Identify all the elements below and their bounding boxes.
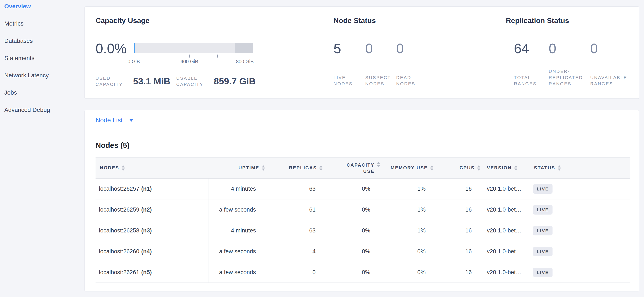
capacity-usage-title: Capacity Usage xyxy=(96,16,334,25)
capacity-usage-metrics: 0.0% 0 GiB 400 GiB 800 GiB xyxy=(96,42,253,65)
status-cell: LIVE xyxy=(530,220,630,241)
status-badge: LIVE xyxy=(533,184,552,194)
live-nodes-label: LIVE NODES xyxy=(334,74,362,87)
node-status-section: Node Status 5 0 0 LIVE NODES SUSPECT NOD… xyxy=(334,16,506,98)
memory-use-cell: 1% xyxy=(380,220,433,241)
sort-icon[interactable] xyxy=(377,162,380,167)
capacity-use-cell: 0% xyxy=(322,179,380,199)
node-list-selector-label: Node List xyxy=(96,117,122,124)
table-row[interactable]: localhost:26260(n4) a few seconds 4 0% 0… xyxy=(96,241,630,262)
sort-icon[interactable] xyxy=(262,165,265,171)
uptime-cell: a few seconds xyxy=(209,241,265,262)
status-cell: LIVE xyxy=(530,179,630,199)
sidebar-item-network-latency[interactable]: Network Latency xyxy=(0,69,84,82)
memory-use-cell: 0% xyxy=(380,241,433,262)
cpus-cell: 16 xyxy=(433,220,480,241)
node-address-cell: localhost:26258(n3) xyxy=(96,220,209,241)
status-badge: LIVE xyxy=(533,247,552,256)
replicas-cell: 63 xyxy=(265,220,322,241)
sort-icon[interactable] xyxy=(320,165,322,171)
column-header-nodes[interactable]: NODES xyxy=(96,158,209,178)
sidebar: Overview Metrics Databases Statements Ne… xyxy=(0,0,84,297)
sort-icon[interactable] xyxy=(430,165,433,171)
node-list-view-selector[interactable]: Node List xyxy=(85,110,639,130)
replicas-cell: 4 xyxy=(265,241,322,262)
node-address-cell: localhost:26260(n4) xyxy=(96,241,209,262)
cpus-cell: 16 xyxy=(433,241,480,262)
capacity-totals: USED CAPACITY 53.1 MiB USABLE CAPACITY 8… xyxy=(96,75,256,87)
sidebar-item-jobs[interactable]: Jobs xyxy=(0,86,84,99)
column-header-label: CAPACITY USE xyxy=(344,162,374,174)
column-header-memory-use[interactable]: MEMORY USE xyxy=(380,158,433,178)
node-id: (n4) xyxy=(141,248,152,255)
capacity-usage-section: Capacity Usage 0.0% 0 GiB 400 GiB xyxy=(96,16,334,98)
sidebar-item-databases[interactable]: Databases xyxy=(0,34,84,47)
column-header-label: MEMORY USE xyxy=(391,165,428,171)
column-header-label: CPUS xyxy=(460,165,475,171)
axis-tick xyxy=(245,54,245,57)
column-header-capacity-use[interactable]: CAPACITY USE xyxy=(322,158,380,178)
node-address-cell: localhost:26261(n5) xyxy=(96,262,209,283)
column-header-status[interactable]: STATUS xyxy=(530,158,630,178)
sort-icon[interactable] xyxy=(477,165,480,171)
table-row[interactable]: localhost:26259(n2) a few seconds 61 0% … xyxy=(96,199,630,220)
dead-nodes-label: DEAD NODES xyxy=(396,74,424,87)
used-capacity-value: 53.1 MiB xyxy=(133,76,170,86)
status-cell: LIVE xyxy=(530,241,630,262)
dead-nodes-value: 0 xyxy=(396,42,404,55)
status-badge: LIVE xyxy=(533,226,552,235)
version-cell: v20.1.0-bet… xyxy=(480,220,530,241)
axis-label: 0 GiB xyxy=(128,59,140,64)
sidebar-item-overview[interactable]: Overview xyxy=(0,0,84,13)
axis-label: 800 GiB xyxy=(236,59,254,64)
axis-label: 400 GiB xyxy=(180,59,198,64)
sort-icon[interactable] xyxy=(514,165,517,171)
table-row[interactable]: localhost:26258(n3) 4 minutes 63 0% 1% 1… xyxy=(96,220,630,241)
node-status-title: Node Status xyxy=(334,16,506,25)
nodes-table-header: NODES UPTIME REPLICAS CAPACITY USE MEMOR… xyxy=(96,157,630,179)
axis-tick xyxy=(189,54,190,57)
node-list-card: Node List Nodes (5) NODES UPTIME REPLICA… xyxy=(84,110,639,292)
version-cell: v20.1.0-bet… xyxy=(480,179,530,199)
column-header-uptime[interactable]: UPTIME xyxy=(209,158,265,178)
memory-use-cell: 0% xyxy=(380,262,433,283)
column-header-cpus[interactable]: CPUS xyxy=(433,158,480,178)
node-status-labels: LIVE NODES SUSPECT NODES DEAD NODES xyxy=(334,74,424,87)
node-address: localhost:26259 xyxy=(99,206,139,213)
capacity-axis-ticks xyxy=(134,54,253,57)
sort-icon[interactable] xyxy=(558,165,561,171)
axis-tick xyxy=(162,54,162,57)
replicas-cell: 61 xyxy=(265,199,322,220)
column-header-label: VERSION xyxy=(487,165,512,171)
nodes-table: NODES UPTIME REPLICAS CAPACITY USE MEMOR… xyxy=(96,157,630,283)
sidebar-item-metrics[interactable]: Metrics xyxy=(0,17,84,30)
node-id: (n3) xyxy=(141,227,152,234)
cluster-summary-card: Capacity Usage 0.0% 0 GiB 400 GiB xyxy=(84,6,639,99)
under-replicated-ranges-label: UNDER-REPLICATED RANGES xyxy=(549,68,590,87)
sort-icon[interactable] xyxy=(122,165,125,171)
node-address: localhost:26257 xyxy=(99,186,139,192)
capacity-use-cell: 0% xyxy=(322,262,380,283)
unavailable-ranges-value: 0 xyxy=(590,42,598,55)
node-id: (n2) xyxy=(141,206,152,213)
column-header-replicas[interactable]: REPLICAS xyxy=(265,158,322,178)
sidebar-item-advanced-debug[interactable]: Advanced Debug xyxy=(0,104,84,116)
unavailable-ranges-label: UNAVAILABLE RANGES xyxy=(590,74,631,87)
sidebar-item-statements[interactable]: Statements xyxy=(0,52,84,64)
cpus-cell: 16 xyxy=(433,262,480,283)
node-address: localhost:26258 xyxy=(99,227,139,234)
chevron-down-icon xyxy=(129,119,134,122)
column-header-version[interactable]: VERSION xyxy=(480,158,530,178)
cpus-cell: 16 xyxy=(433,199,480,220)
replicas-cell: 0 xyxy=(265,262,322,283)
replication-values: 64 0 0 xyxy=(506,42,598,55)
table-row[interactable]: localhost:26257(n1) 4 minutes 63 0% 1% 1… xyxy=(96,179,630,199)
status-badge: LIVE xyxy=(533,205,552,215)
axis-tick xyxy=(217,54,218,57)
uptime-cell: 4 minutes xyxy=(209,179,265,199)
replication-labels: TOTAL RANGES UNDER-REPLICATED RANGES UNA… xyxy=(506,68,631,87)
table-row[interactable]: localhost:26261(n5) a few seconds 0 0% 0… xyxy=(96,262,630,283)
replication-status-title: Replication Status xyxy=(506,16,632,25)
uptime-cell: 4 minutes xyxy=(209,220,265,241)
node-id: (n1) xyxy=(141,186,152,192)
